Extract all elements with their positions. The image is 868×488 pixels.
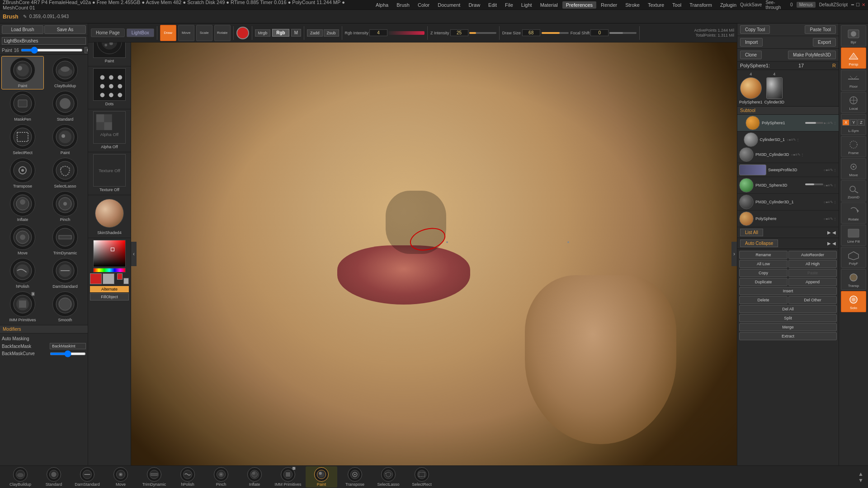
menu-light[interactable]: Light	[518, 1, 536, 9]
floor-button[interactable]: Floor	[841, 70, 866, 91]
menu-preferences[interactable]: Preferences	[562, 1, 596, 9]
del-all-button[interactable]: Del All	[739, 305, 837, 313]
mrgb-button[interactable]: Mrgb	[255, 29, 271, 37]
bottom-selectrect[interactable]: SelectRect	[406, 466, 438, 488]
move-strip-button[interactable]: Move	[841, 158, 866, 179]
y-btn[interactable]: Y	[850, 119, 857, 126]
brush-item-claybuildup[interactable]: ClayBuildup	[44, 56, 86, 89]
bottom-imm[interactable]: 3 IMM Primitives	[272, 466, 304, 488]
frame-button[interactable]: Frame	[841, 136, 866, 157]
brush-item-trimdynamic[interactable]: TrimDynamic	[44, 224, 86, 256]
brush-item-pinch[interactable]: Pinch	[44, 190, 86, 223]
draw-mode-move[interactable]: Move	[178, 25, 194, 41]
foreground-swatch[interactable]	[90, 273, 102, 284]
auto-collapse-button[interactable]: Auto Collapse	[740, 239, 778, 247]
paint-range-input[interactable]	[21, 49, 83, 52]
quicksave-label[interactable]: QuickSave	[740, 2, 762, 7]
cylinder3d-preview[interactable]: 4 Cylinder3D	[764, 72, 785, 104]
menu-material[interactable]: Material	[537, 1, 561, 9]
brush-item-paint[interactable]: Paint	[2, 56, 43, 89]
bottom-hpolish[interactable]: hPolish	[172, 466, 203, 488]
split-button[interactable]: Split	[739, 314, 837, 322]
zsub-button[interactable]: Zsub	[324, 29, 339, 37]
merge-button[interactable]: Merge	[739, 323, 837, 331]
rgb-intensity-slider[interactable]	[388, 31, 425, 35]
auto-reorder-button[interactable]: AutoReorder	[788, 251, 837, 259]
texture-item[interactable]: Texture Off Texture Off	[90, 154, 129, 192]
draw-mode-rotate[interactable]: Rotate	[214, 25, 231, 41]
z-btn[interactable]: Z	[858, 119, 865, 126]
subtool-pm3dcylinder-row[interactable]: PM3D_Cylinder3D ○●≡✎⋮	[739, 147, 804, 162]
make-polymesh-button[interactable]: Make PolyMesh3D	[788, 51, 836, 59]
subtool-cylindersd-row[interactable]: CylinderSD_1 ○●≡✎⋮	[744, 132, 800, 147]
brush-edit-icon[interactable]: ✎	[23, 14, 27, 19]
delete-button[interactable]: Delete	[739, 296, 788, 304]
lsym-button[interactable]: X Y Z L-Sym	[841, 114, 866, 135]
draw-mode-scale[interactable]: Scale	[196, 25, 212, 41]
rgb-button[interactable]: Rgb	[272, 29, 289, 37]
bottom-damstandard[interactable]: DamStandard	[71, 466, 103, 488]
linefill-button[interactable]: Line Fill	[841, 225, 866, 246]
brush-item-hpolish[interactable]: hPolish	[2, 257, 43, 290]
bottom-claybuildup[interactable]: ClayBuildup	[5, 466, 36, 488]
menu-draw[interactable]: Draw	[465, 1, 484, 9]
menu-stroke[interactable]: Stroke	[622, 1, 643, 9]
nav-arrow-right[interactable]: ›	[731, 242, 737, 266]
insert-button[interactable]: Insert	[739, 287, 837, 295]
menu-document[interactable]: Document	[434, 1, 464, 9]
bottom-paint[interactable]: Paint	[306, 466, 337, 488]
material-item[interactable]: SkinShaded4	[90, 197, 129, 235]
subtool-pm3dcyl1-row[interactable]: PM3D_Cylinder3D_1 ○●≡✎⋮	[737, 194, 839, 211]
focal-shift-slider[interactable]	[609, 32, 637, 34]
nav-up-icon[interactable]: ▲	[858, 471, 863, 477]
bottom-trimdynamic[interactable]: TrimDynamic	[138, 466, 170, 488]
extract-button[interactable]: Extract	[739, 332, 837, 340]
copy-button[interactable]: Copy	[739, 269, 788, 277]
menu-color[interactable]: Color	[414, 1, 433, 9]
fillobject-button[interactable]: FillObject	[90, 293, 129, 300]
alternate-button[interactable]: Alternate	[90, 286, 129, 292]
zadd-button[interactable]: Zadd	[307, 29, 323, 37]
all-high-button[interactable]: All High	[788, 260, 837, 268]
brush-item-imm[interactable]: 3 IMM Primitives	[2, 291, 43, 323]
menu-transform[interactable]: Transform	[686, 1, 716, 9]
bottom-inflate[interactable]: Inflate	[239, 466, 270, 488]
menu-zplugin[interactable]: Zplugin	[717, 1, 740, 9]
modifiers-header[interactable]: Modifiers	[0, 325, 88, 333]
import-button[interactable]: Import	[740, 38, 763, 47]
brush-item-inflate[interactable]: Inflate	[2, 190, 43, 223]
load-brush-button[interactable]: Load Brush	[2, 25, 43, 34]
lightbox-tab[interactable]: LightBox	[127, 28, 154, 37]
paste-button[interactable]: Paste	[788, 269, 837, 277]
all-low-button[interactable]: All Low	[739, 260, 788, 268]
subtool-sweep-row[interactable]: SweepProfile3D ○●≡✎⋮	[737, 163, 839, 177]
brush-item-transpose[interactable]: Transpose	[2, 157, 43, 189]
list-all-button[interactable]: List All	[740, 229, 763, 236]
transp-button[interactable]: Transp	[841, 269, 866, 290]
persp-button[interactable]: Persp	[841, 47, 866, 69]
export-button[interactable]: Export	[813, 38, 836, 47]
subtool-polysphere1-row[interactable]: PolySphere1 ●○≡✎⋮	[737, 115, 839, 131]
paint-r-button[interactable]: R	[85, 47, 88, 53]
subtool-polysphere-row[interactable]: PolySphere ○●≡✎⋮	[737, 211, 839, 227]
bottom-pinch[interactable]: Pinch	[205, 466, 237, 488]
menu-tool[interactable]: Tool	[669, 1, 685, 9]
canvas-area[interactable]: ‹ ›	[131, 42, 737, 465]
default-script-label[interactable]: DefaultZScript	[819, 2, 848, 7]
bottom-move[interactable]: Move	[105, 466, 137, 488]
backmaskcurve-slider[interactable]	[50, 352, 86, 355]
menu-edit[interactable]: Edit	[485, 1, 500, 9]
menus-label[interactable]: Menus	[797, 2, 816, 8]
clone-button[interactable]: Clone	[740, 51, 762, 59]
hue-bar[interactable]	[93, 268, 126, 272]
brush-item-standard[interactable]: Standard	[44, 90, 86, 122]
alpha-item[interactable]: Alpha Off Alpha Off	[90, 111, 129, 149]
del-other-button[interactable]: Del Other	[788, 296, 837, 304]
local-button[interactable]: Local	[841, 92, 866, 113]
brush-item-damstandard[interactable]: DamStandard	[44, 257, 86, 290]
color-preview-circle[interactable]	[236, 27, 249, 39]
append-button[interactable]: Append	[788, 278, 837, 286]
zoomd-button[interactable]: ZoomD	[841, 180, 866, 202]
rotate-strip-button[interactable]: Rotate	[841, 202, 866, 224]
menu-brush[interactable]: Brush	[393, 1, 413, 9]
